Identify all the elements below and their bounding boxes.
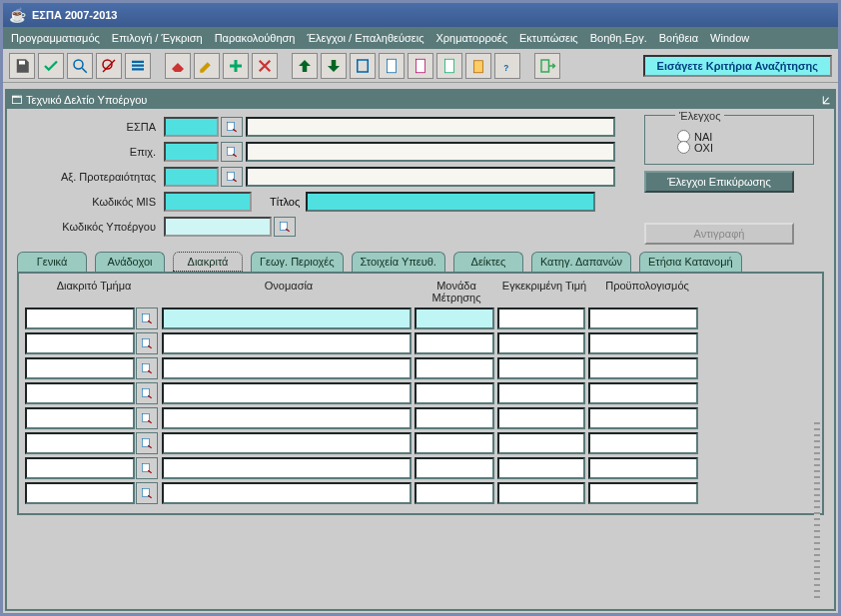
cell-budget[interactable]	[588, 308, 698, 329]
cell-section[interactable]	[25, 308, 135, 329]
espa-picker[interactable]	[221, 117, 243, 137]
cell-approved[interactable]	[497, 332, 585, 354]
cell-budget[interactable]	[588, 382, 698, 404]
cell-budget[interactable]	[588, 482, 698, 504]
cell-name[interactable]	[162, 332, 412, 354]
check-icon[interactable]	[38, 53, 64, 79]
axis-picker[interactable]	[221, 167, 243, 187]
cell-name[interactable]	[162, 432, 412, 454]
menu-prints[interactable]: Εκτυπώσεις	[519, 32, 578, 44]
cell-approved[interactable]	[497, 357, 585, 379]
row-picker[interactable]	[136, 382, 158, 404]
row-picker[interactable]	[136, 457, 158, 479]
row-picker[interactable]	[136, 332, 158, 354]
cell-budget[interactable]	[588, 407, 698, 429]
row-picker[interactable]	[136, 357, 158, 379]
menu-programming[interactable]: Προγραμματισμός	[11, 32, 100, 44]
export-icon[interactable]	[350, 53, 376, 79]
cell-name[interactable]	[162, 308, 412, 329]
espa-input[interactable]	[164, 117, 219, 137]
doc1-icon[interactable]	[379, 53, 405, 79]
menu-monitoring[interactable]: Παρακολούθηση	[215, 32, 296, 44]
cell-budget[interactable]	[588, 332, 698, 354]
cell-unit[interactable]	[415, 382, 494, 404]
clear-icon[interactable]	[165, 53, 191, 79]
clipboard-icon[interactable]	[465, 53, 491, 79]
validation-button[interactable]: Έλεγχοι Επικύρωσης	[644, 171, 794, 193]
up-arrow-icon[interactable]	[292, 53, 318, 79]
row-picker[interactable]	[136, 407, 158, 429]
tab-geo[interactable]: Γεωγ. Περιοχές	[251, 252, 344, 272]
axis-desc[interactable]	[246, 167, 615, 187]
row-picker[interactable]	[136, 482, 158, 504]
help-icon[interactable]: ?	[494, 53, 520, 79]
cell-approved[interactable]	[497, 308, 585, 329]
tab-general[interactable]: Γενικά	[17, 252, 87, 272]
epix-picker[interactable]	[221, 142, 243, 162]
cell-approved[interactable]	[497, 432, 585, 454]
menu-audits[interactable]: Έλεγχοι / Επαληθεύσεις	[307, 32, 423, 44]
cell-unit[interactable]	[415, 407, 494, 429]
cell-unit[interactable]	[415, 308, 494, 329]
cell-name[interactable]	[162, 482, 412, 504]
check-no-radio[interactable]	[677, 141, 690, 154]
doc3-icon[interactable]	[436, 53, 462, 79]
title-input[interactable]	[306, 192, 595, 212]
scrollbar[interactable]	[814, 422, 820, 602]
copy-button[interactable]: Αντιγραφή	[644, 223, 794, 245]
row-picker[interactable]	[136, 308, 158, 329]
cell-section[interactable]	[25, 382, 135, 404]
cancel-search-icon[interactable]	[96, 53, 122, 79]
subproject-input[interactable]	[164, 217, 272, 237]
tab-annual[interactable]: Ετήσια Κατανομή	[639, 252, 742, 272]
cell-unit[interactable]	[415, 432, 494, 454]
row-picker[interactable]	[136, 432, 158, 454]
tab-discrete[interactable]: Διακριτά	[173, 252, 243, 272]
cell-budget[interactable]	[588, 432, 698, 454]
tab-indicators[interactable]: Δείκτες	[453, 252, 523, 272]
cell-section[interactable]	[25, 432, 135, 454]
doc2-icon[interactable]	[408, 53, 433, 79]
subproject-picker[interactable]	[274, 217, 296, 237]
save-icon[interactable]	[9, 53, 35, 79]
list-icon[interactable]	[125, 53, 151, 79]
cell-budget[interactable]	[588, 457, 698, 479]
cell-section[interactable]	[25, 482, 135, 504]
espa-desc[interactable]	[246, 117, 615, 137]
delete-icon[interactable]	[252, 53, 278, 79]
tab-expense-cat[interactable]: Κατηγ. Δαπανών	[531, 252, 631, 272]
tab-contractors[interactable]: Ανάδοχοι	[95, 252, 165, 272]
axis-input[interactable]	[164, 167, 219, 187]
cell-section[interactable]	[25, 407, 135, 429]
cell-approved[interactable]	[497, 457, 585, 479]
menu-help[interactable]: Βοήθεια	[659, 32, 698, 44]
cell-section[interactable]	[25, 332, 135, 354]
epix-desc[interactable]	[246, 142, 615, 162]
exit-icon[interactable]	[534, 53, 560, 79]
cell-approved[interactable]	[497, 482, 585, 504]
cell-name[interactable]	[162, 407, 412, 429]
cell-name[interactable]	[162, 382, 412, 404]
menu-cashflow[interactable]: Χρηματορροές	[435, 32, 507, 44]
add-icon[interactable]	[223, 53, 249, 79]
cell-name[interactable]	[162, 457, 412, 479]
cell-approved[interactable]	[497, 382, 585, 404]
down-arrow-icon[interactable]	[321, 53, 347, 79]
cell-approved[interactable]	[497, 407, 585, 429]
menu-selection-approval[interactable]: Επιλογή / Έγκριση	[112, 32, 203, 44]
search-icon[interactable]	[67, 53, 93, 79]
cell-budget[interactable]	[588, 357, 698, 379]
cell-unit[interactable]	[415, 357, 494, 379]
epix-input[interactable]	[164, 142, 219, 162]
mis-input[interactable]	[164, 192, 252, 212]
tab-responsible[interactable]: Στοιχεία Υπευθ.	[352, 252, 445, 272]
edit-icon[interactable]	[194, 53, 220, 79]
cell-section[interactable]	[25, 357, 135, 379]
cell-section[interactable]	[25, 457, 135, 479]
cell-unit[interactable]	[415, 332, 494, 354]
restore-icon[interactable]: ⟀	[823, 94, 830, 106]
cell-unit[interactable]	[415, 457, 494, 479]
cell-name[interactable]	[162, 357, 412, 379]
cell-unit[interactable]	[415, 482, 494, 504]
menu-window[interactable]: Window	[710, 32, 749, 44]
